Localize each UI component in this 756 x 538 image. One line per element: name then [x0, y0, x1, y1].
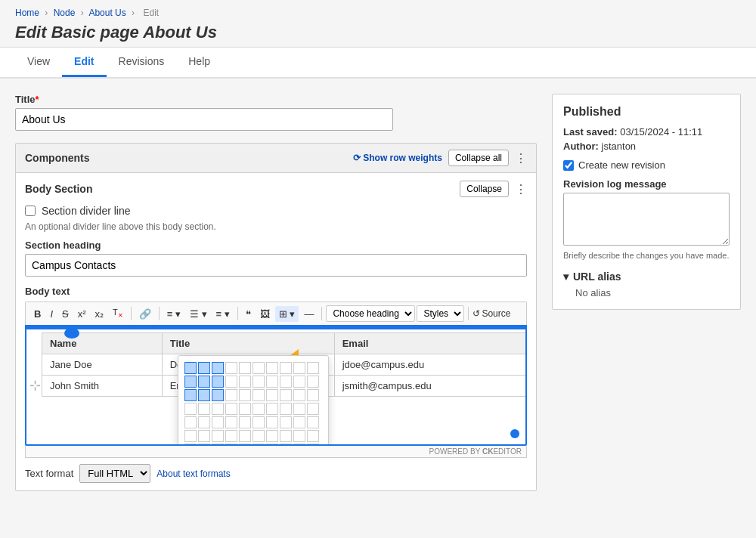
- picker-cell[interactable]: [280, 376, 292, 388]
- picker-cell[interactable]: [225, 389, 237, 401]
- picker-cell[interactable]: [198, 444, 210, 446]
- picker-cell[interactable]: [184, 389, 197, 401]
- picker-cell[interactable]: [293, 416, 305, 428]
- toolbar-link[interactable]: 🔗: [135, 306, 155, 322]
- collapse-button[interactable]: Collapse: [460, 181, 509, 197]
- toolbar-superscript[interactable]: x²: [74, 306, 90, 322]
- picker-cell[interactable]: [198, 389, 210, 401]
- picker-cell[interactable]: [212, 416, 224, 428]
- picker-cell[interactable]: [307, 362, 319, 374]
- toolbar-unordered-list[interactable]: ☰ ▾: [186, 306, 211, 322]
- toolbar-image[interactable]: 🖼: [256, 306, 274, 322]
- picker-cell[interactable]: [198, 362, 210, 374]
- create-revision-checkbox[interactable]: [563, 160, 574, 171]
- tab-help[interactable]: Help: [176, 48, 222, 77]
- picker-cell[interactable]: [225, 376, 237, 388]
- picker-cell[interactable]: [280, 430, 292, 442]
- toolbar-ordered-list[interactable]: ≡ ▾: [212, 306, 234, 322]
- toolbar-blockquote[interactable]: ❝: [242, 306, 255, 322]
- collapse-all-button[interactable]: Collapse all: [448, 150, 509, 166]
- picker-cell[interactable]: [184, 376, 197, 388]
- picker-cell[interactable]: [266, 376, 278, 388]
- picker-cell[interactable]: [198, 430, 210, 442]
- breadcrumb-node[interactable]: Node: [54, 8, 76, 18]
- picker-cell[interactable]: [253, 430, 265, 442]
- picker-cell[interactable]: [293, 389, 305, 401]
- picker-cell[interactable]: [307, 444, 319, 446]
- picker-cell[interactable]: [266, 430, 278, 442]
- picker-cell[interactable]: [293, 444, 305, 446]
- bottom-resize-dot[interactable]: [510, 429, 519, 438]
- toolbar-strikethrough[interactable]: S: [58, 306, 73, 322]
- picker-cell[interactable]: [239, 389, 251, 401]
- picker-cell[interactable]: [280, 444, 292, 446]
- picker-cell[interactable]: [253, 362, 265, 374]
- picker-cell[interactable]: [266, 416, 278, 428]
- picker-cell[interactable]: [253, 444, 265, 446]
- toolbar-subscript[interactable]: x₂: [91, 306, 108, 322]
- text-format-select[interactable]: Full HTML: [79, 464, 150, 483]
- picker-cell[interactable]: [212, 444, 224, 446]
- picker-cell[interactable]: [307, 403, 319, 415]
- drag-handle[interactable]: ⊹: [29, 377, 41, 394]
- picker-cell[interactable]: [239, 376, 251, 388]
- toolbar-table[interactable]: ⊞ ▾: [275, 306, 299, 322]
- section-heading-input[interactable]: [25, 254, 527, 277]
- picker-cell[interactable]: [266, 362, 278, 374]
- picker-cell[interactable]: [266, 444, 278, 446]
- revision-log-textarea[interactable]: [563, 193, 730, 246]
- toolbar-removeformat[interactable]: T✕: [109, 305, 127, 321]
- tab-edit[interactable]: Edit: [62, 48, 106, 77]
- picker-cell[interactable]: [212, 362, 224, 374]
- about-text-formats-link[interactable]: About text formats: [156, 468, 230, 479]
- section-divider-checkbox[interactable]: [25, 206, 36, 216]
- picker-cell[interactable]: [198, 376, 210, 388]
- picker-cell[interactable]: [280, 389, 292, 401]
- breadcrumb-about[interactable]: About Us: [88, 8, 125, 18]
- table-cell-name-1[interactable]: Jane Doe: [42, 354, 163, 376]
- toolbar-source[interactable]: ↺ Source: [472, 308, 510, 319]
- picker-cell[interactable]: [307, 376, 319, 388]
- picker-cell[interactable]: [239, 444, 251, 446]
- toolbar-heading-select[interactable]: Choose heading: [326, 305, 415, 322]
- editor-area[interactable]: ⊹ Name Title Email: [25, 325, 527, 446]
- title-input[interactable]: [15, 108, 393, 131]
- picker-cell[interactable]: [198, 416, 210, 428]
- picker-cell[interactable]: [280, 416, 292, 428]
- picker-cell[interactable]: [239, 416, 251, 428]
- picker-cell[interactable]: [239, 403, 251, 415]
- picker-cell[interactable]: [239, 430, 251, 442]
- toolbar-bold[interactable]: B: [30, 306, 45, 322]
- picker-cell[interactable]: [225, 430, 237, 442]
- tab-revisions[interactable]: Revisions: [107, 48, 177, 77]
- picker-cell[interactable]: [307, 389, 319, 401]
- table-cell-email-1[interactable]: jdoe@campus.edu: [334, 354, 527, 376]
- picker-cell[interactable]: [184, 416, 197, 428]
- picker-cell[interactable]: [212, 376, 224, 388]
- tab-view[interactable]: View: [15, 48, 62, 77]
- picker-cell[interactable]: [184, 362, 197, 374]
- breadcrumb-home[interactable]: Home: [15, 8, 39, 18]
- picker-cell[interactable]: [184, 430, 197, 442]
- picker-cell[interactable]: [225, 362, 237, 374]
- table-cell-name-2[interactable]: John Smith: [42, 376, 163, 397]
- picker-cell[interactable]: [212, 389, 224, 401]
- picker-cell[interactable]: [307, 430, 319, 442]
- toolbar-styles-select[interactable]: Styles: [417, 305, 464, 322]
- toolbar-hr[interactable]: —: [300, 306, 318, 322]
- picker-cell[interactable]: [293, 376, 305, 388]
- picker-cell[interactable]: [198, 403, 210, 415]
- picker-cell[interactable]: [212, 430, 224, 442]
- picker-cell[interactable]: [293, 430, 305, 442]
- table-cell-email-2[interactable]: jsmith@campus.edu: [334, 376, 527, 397]
- table-picker-grid[interactable]: [184, 362, 322, 446]
- show-row-weights-link[interactable]: ⟳ Show row weights: [353, 153, 442, 163]
- picker-cell[interactable]: [225, 416, 237, 428]
- components-menu-button[interactable]: ⋮: [515, 151, 527, 165]
- picker-cell[interactable]: [266, 389, 278, 401]
- picker-cell[interactable]: [280, 403, 292, 415]
- picker-cell[interactable]: [293, 362, 305, 374]
- picker-cell[interactable]: [212, 403, 224, 415]
- picker-cell[interactable]: [280, 362, 292, 374]
- picker-cell[interactable]: [225, 403, 237, 415]
